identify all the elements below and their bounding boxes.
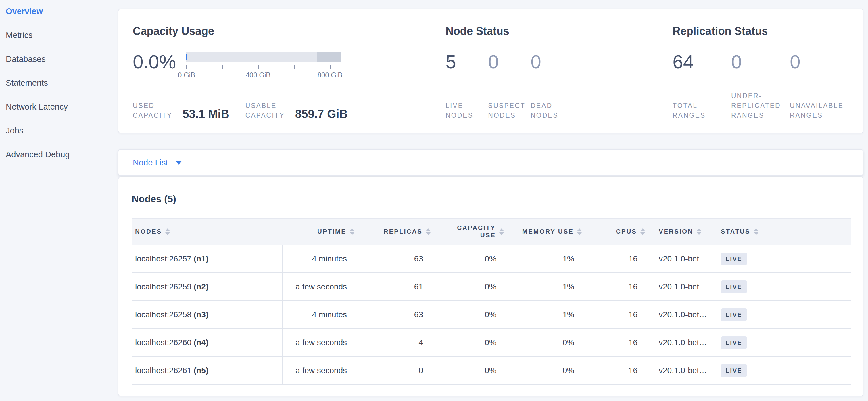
suspect-nodes-stat: 0 SUSPECT NODES (488, 52, 531, 120)
axis-label-0gib: 0 GiB (178, 71, 195, 79)
cpus-cell: 16 (587, 300, 651, 328)
cpus-cell: 16 (587, 356, 651, 384)
node-id: (n4) (194, 338, 208, 347)
table-row: localhost:26260 (n4) a few seconds 4 0% … (132, 328, 851, 356)
capacity-bar-reserved-segment (317, 52, 341, 62)
capacity-axis-ticks (186, 65, 341, 69)
cpus-cell: 16 (587, 273, 651, 300)
under-replicated-ranges-value: 0 (731, 52, 790, 72)
column-header-replicas[interactable]: REPLICAS (360, 218, 436, 245)
node-address-link[interactable]: localhost:26259 (135, 282, 191, 291)
node-id: (n5) (194, 366, 208, 375)
sidebar-item-databases[interactable]: Databases (6, 54, 118, 64)
column-header-status[interactable]: STATUS (714, 218, 851, 245)
sort-icon (499, 228, 504, 235)
sort-icon (426, 228, 431, 235)
column-header-version[interactable]: VERSION (651, 218, 714, 245)
node-address-link[interactable]: localhost:26261 (135, 366, 191, 375)
column-header-memory-use[interactable]: MEMORY USE (509, 218, 587, 245)
unavailable-ranges-stat: 0 UNAVAILABLE RANGES (790, 52, 848, 120)
live-nodes-stat: 5 LIVE NODES (445, 52, 488, 120)
capacity-axis-labels: 0 GiB 400 GiB 800 GiB (186, 71, 341, 80)
nodes-table-card: Nodes (5) NODES UPTIME REPLICAS (118, 177, 863, 396)
sort-icon (350, 228, 354, 235)
sort-icon (165, 228, 170, 235)
memory-use-cell: 1% (509, 300, 587, 328)
main-content: Capacity Usage 0.0% 0 GiB (118, 0, 863, 396)
version-cell: v20.1.0-bet… (651, 273, 714, 300)
sidebar-item-advanced-debug[interactable]: Advanced Debug (6, 149, 118, 160)
sort-icon (640, 228, 645, 235)
uptime-cell: a few seconds (282, 328, 360, 356)
column-header-cpus[interactable]: CPUS (587, 218, 651, 245)
node-list-dropdown-label[interactable]: Node List (133, 158, 168, 167)
memory-use-cell: 1% (509, 245, 587, 273)
cluster-summary-panel: Capacity Usage 0.0% 0 GiB (118, 9, 863, 134)
capacity-used-percent: 0.0% (133, 52, 186, 72)
total-ranges-label: TOTAL RANGES (673, 101, 731, 120)
dead-nodes-label: DEAD NODES (531, 101, 573, 120)
dead-nodes-stat: 0 DEAD NODES (531, 52, 573, 120)
total-ranges-value: 64 (673, 52, 731, 72)
capacity-bar-chart: 0 GiB 400 GiB 800 GiB (186, 52, 341, 80)
capacity-use-cell: 0% (436, 245, 509, 273)
chevron-down-icon (176, 161, 182, 165)
sidebar-item-metrics[interactable]: Metrics (6, 30, 118, 40)
sidebar-item-overview[interactable]: Overview (6, 6, 118, 17)
status-badge: LIVE (721, 281, 747, 293)
node-address-link[interactable]: localhost:26257 (135, 254, 191, 263)
replicas-cell: 0 (360, 356, 436, 384)
usable-capacity-label: USABLE CAPACITY (245, 101, 285, 120)
table-row: localhost:26259 (n2) a few seconds 61 0%… (132, 273, 851, 300)
version-cell: v20.1.0-bet… (651, 328, 714, 356)
sidebar-item-jobs[interactable]: Jobs (6, 125, 118, 136)
uptime-cell: a few seconds (282, 273, 360, 300)
capacity-use-cell: 0% (436, 328, 509, 356)
sidebar: Overview Metrics Databases Statements Ne… (0, 0, 118, 173)
node-address-link[interactable]: localhost:26258 (135, 310, 191, 319)
capacity-use-cell: 0% (436, 273, 509, 300)
capacity-usage-section: Capacity Usage 0.0% 0 GiB (133, 9, 445, 133)
node-list-dropdown[interactable]: Node List (118, 149, 863, 176)
node-address-link[interactable]: localhost:26260 (135, 338, 191, 347)
live-nodes-value: 5 (445, 52, 488, 72)
table-row: localhost:26261 (n5) a few seconds 0 0% … (132, 356, 851, 384)
column-header-nodes[interactable]: NODES (132, 218, 282, 245)
total-ranges-stat: 64 TOTAL RANGES (673, 52, 731, 120)
suspect-nodes-value: 0 (488, 52, 531, 72)
status-badge: LIVE (721, 253, 747, 265)
axis-label-800gib: 800 GiB (318, 71, 343, 79)
node-id: (n3) (194, 310, 208, 319)
table-row: localhost:26257 (n1) 4 minutes 63 0% 1% … (132, 245, 851, 273)
memory-use-cell: 0% (509, 356, 587, 384)
replicas-cell: 63 (360, 300, 436, 328)
node-status-title: Node Status (445, 24, 673, 38)
memory-use-cell: 1% (509, 273, 587, 300)
replicas-cell: 63 (360, 245, 436, 273)
uptime-cell: 4 minutes (282, 300, 360, 328)
suspect-nodes-label: SUSPECT NODES (488, 101, 531, 120)
version-cell: v20.1.0-bet… (651, 356, 714, 384)
status-badge: LIVE (721, 364, 747, 377)
replication-status-section: Replication Status 64 TOTAL RANGES 0 UND… (673, 9, 848, 133)
replicas-cell: 4 (360, 328, 436, 356)
capacity-usage-title: Capacity Usage (133, 24, 445, 38)
capacity-use-cell: 0% (436, 356, 509, 384)
nodes-table-heading: Nodes (5) (132, 192, 849, 205)
sidebar-item-statements[interactable]: Statements (6, 77, 118, 88)
usable-capacity-value: 859.7 GiB (295, 108, 347, 120)
used-capacity-label: USED CAPACITY (133, 101, 172, 120)
unavailable-ranges-label: UNAVAILABLE RANGES (790, 101, 848, 120)
version-cell: v20.1.0-bet… (651, 245, 714, 273)
version-cell: v20.1.0-bet… (651, 300, 714, 328)
column-header-capacity-use[interactable]: CAPACITY USE (436, 218, 509, 245)
node-id: (n1) (194, 254, 208, 263)
replication-status-title: Replication Status (673, 24, 848, 38)
uptime-cell: a few seconds (282, 356, 360, 384)
replicas-cell: 61 (360, 273, 436, 300)
sidebar-item-network-latency[interactable]: Network Latency (6, 101, 118, 112)
column-header-uptime[interactable]: UPTIME (282, 218, 360, 245)
sort-icon (754, 228, 758, 235)
sort-icon (697, 228, 701, 235)
table-row: localhost:26258 (n3) 4 minutes 63 0% 1% … (132, 300, 851, 328)
